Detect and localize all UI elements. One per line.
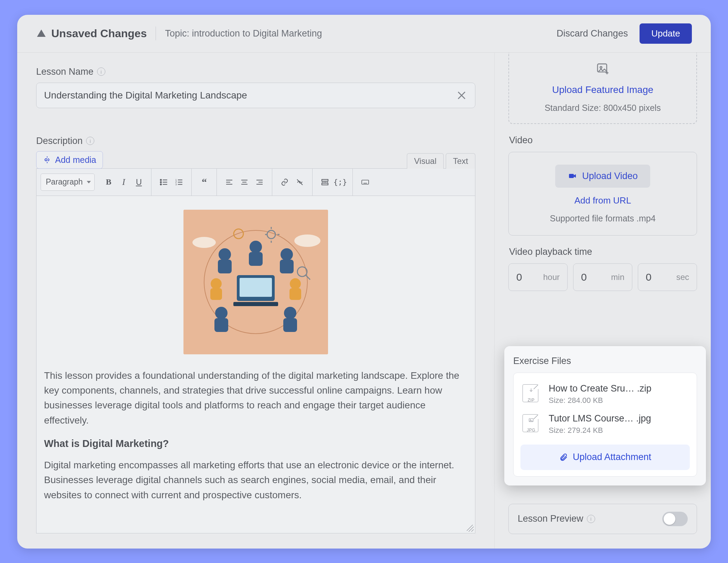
file-row[interactable]: JPG Tutor LMS Course… .jpg Size: 279.24 …	[520, 409, 690, 439]
blockquote-button[interactable]: “	[197, 175, 212, 190]
file-row[interactable]: ZIP How to Create Sru… .zip Size: 284.00…	[520, 379, 690, 409]
upload-featured-image-link[interactable]: Upload Featured Image	[552, 84, 653, 95]
svg-point-46	[250, 241, 262, 253]
add-media-button[interactable]: Add media	[36, 151, 103, 169]
align-center-button[interactable]	[237, 175, 252, 190]
tab-visual[interactable]: Visual	[407, 153, 444, 169]
svg-rect-51	[283, 318, 297, 332]
svg-rect-45	[280, 260, 294, 273]
resize-handle-icon[interactable]	[467, 525, 474, 532]
align-left-button[interactable]	[222, 175, 237, 190]
file-name: Tutor LMS Course… .jpg	[549, 413, 651, 424]
exercise-files-title: Exercise Files	[513, 356, 697, 366]
upload-video-button[interactable]: Upload Video	[555, 165, 650, 188]
svg-point-52	[211, 278, 222, 289]
lesson-preview-row: Lesson Preview i	[508, 504, 697, 534]
editor-toolbar: Paragraph B I U 123 “	[36, 168, 475, 196]
svg-point-7	[160, 181, 161, 183]
info-icon: i	[97, 67, 105, 76]
svg-point-62	[600, 66, 602, 68]
tab-text[interactable]: Text	[446, 153, 475, 169]
paperclip-icon	[559, 453, 568, 462]
zip-file-icon: ZIP	[523, 384, 540, 404]
svg-rect-0	[41, 32, 42, 35]
playback-hour-input[interactable]: 0hour	[508, 263, 568, 291]
description-label: Description i	[36, 136, 103, 146]
svg-point-4	[45, 159, 48, 161]
align-right-button[interactable]	[252, 175, 267, 190]
lesson-name-label: Lesson Name i	[36, 66, 475, 77]
editor-paragraph: This lesson provides a foundational unde…	[44, 368, 467, 428]
link-button[interactable]	[277, 175, 292, 190]
lesson-preview-label: Lesson Preview	[518, 513, 583, 524]
paragraph-select[interactable]: Paragraph	[41, 174, 95, 191]
svg-rect-43	[218, 260, 232, 273]
bulleted-list-button[interactable]	[156, 175, 171, 190]
svg-rect-65	[569, 174, 574, 178]
svg-point-48	[215, 307, 228, 319]
clear-input-icon[interactable]	[456, 90, 467, 101]
info-icon: i	[86, 137, 94, 145]
file-size: Size: 279.24 KB	[549, 426, 651, 435]
discard-changes-button[interactable]: Discard Changes	[557, 28, 628, 39]
update-button[interactable]: Update	[640, 23, 692, 44]
video-section-label: Video	[509, 135, 697, 146]
warning-icon	[36, 28, 46, 39]
svg-point-5	[160, 179, 161, 180]
read-more-button[interactable]	[317, 175, 333, 190]
playback-time-label: Video playback time	[509, 247, 697, 257]
file-size: Size: 284.00 KB	[549, 396, 652, 405]
underline-button[interactable]: U	[131, 175, 146, 190]
svg-rect-49	[214, 318, 228, 332]
featured-image-hint: Standard Size: 800x450 pixels	[545, 103, 661, 113]
editor-content[interactable]: This lesson provides a foundational unde…	[36, 196, 475, 533]
svg-rect-30	[362, 180, 369, 184]
playback-min-input[interactable]: 0min	[573, 263, 632, 291]
svg-rect-27	[322, 179, 328, 181]
editor-paragraph: Digital marketing encompasses all market…	[44, 458, 467, 502]
svg-point-54	[290, 278, 301, 289]
lesson-name-input[interactable]	[44, 90, 456, 101]
keyboard-toggle-button[interactable]	[358, 175, 373, 190]
unlink-button[interactable]	[292, 175, 307, 190]
svg-rect-40	[240, 278, 272, 297]
svg-point-50	[284, 307, 296, 319]
svg-point-60	[294, 234, 320, 247]
video-format-hint: Supported file formats .mp4	[550, 213, 655, 223]
exercise-files-card: Exercise Files ZIP How to Create Sru… .z…	[504, 346, 706, 486]
svg-point-9	[160, 184, 161, 185]
italic-button[interactable]: I	[116, 175, 131, 190]
svg-point-44	[281, 248, 293, 261]
svg-rect-41	[233, 302, 278, 306]
add-from-url-link[interactable]: Add from URL	[574, 195, 631, 206]
svg-point-42	[219, 248, 231, 261]
svg-text:3: 3	[176, 183, 177, 186]
playback-sec-input[interactable]: 0sec	[638, 263, 697, 291]
image-add-icon	[595, 62, 610, 75]
svg-rect-55	[289, 288, 301, 300]
jpg-file-icon: JPG	[523, 414, 540, 434]
lesson-preview-toggle[interactable]	[662, 512, 688, 526]
code-button[interactable]: {;}	[333, 175, 348, 190]
svg-point-59	[192, 237, 216, 248]
file-name: How to Create Sru… .zip	[549, 383, 652, 394]
header-separator	[156, 27, 156, 40]
topic-breadcrumb: Topic: introduction to Digital Marketing	[165, 28, 322, 39]
bold-button[interactable]: B	[101, 175, 116, 190]
svg-point-68	[530, 419, 531, 420]
upload-attachment-button[interactable]: Upload Attachment	[520, 445, 690, 470]
info-icon: i	[587, 515, 595, 523]
content-image-placeholder	[183, 210, 328, 354]
svg-rect-47	[249, 252, 263, 266]
svg-rect-53	[210, 288, 222, 300]
editor-heading: What is Digital Marketing?	[44, 438, 467, 449]
svg-rect-1	[41, 35, 42, 37]
svg-rect-29	[322, 183, 328, 185]
numbered-list-button[interactable]: 123	[171, 175, 187, 190]
unsaved-changes-label: Unsaved Changes	[51, 27, 147, 40]
